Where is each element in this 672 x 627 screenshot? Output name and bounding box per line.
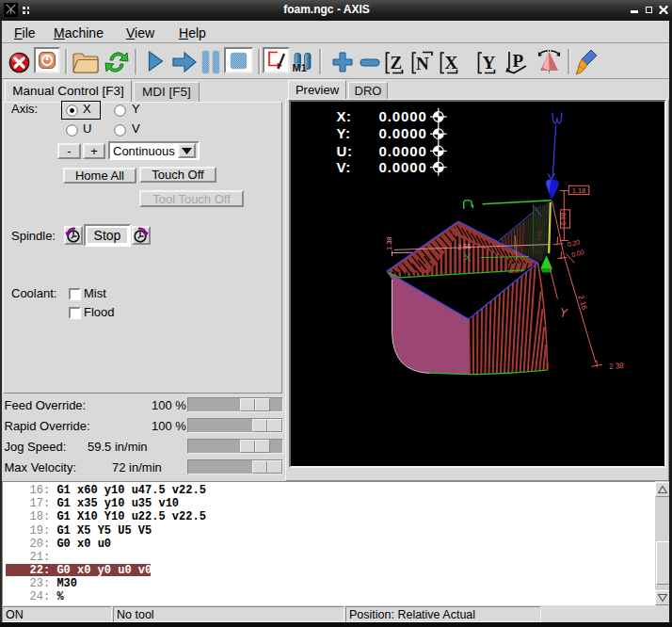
- svg-text:Y: Y: [483, 53, 496, 72]
- svg-text:2 38: 2 38: [609, 362, 625, 371]
- svg-text:1.18: 1.18: [572, 186, 586, 195]
- svg-text:Z: Z: [391, 53, 403, 72]
- svg-text:Y:: Y:: [337, 125, 351, 141]
- svg-text:2.56: 2.56: [457, 242, 472, 251]
- svg-text:X:: X:: [337, 108, 352, 124]
- svg-text:0.0000: 0.0000: [379, 159, 427, 175]
- svg-text:V:: V:: [337, 159, 351, 175]
- svg-text:0.00: 0.00: [570, 249, 584, 258]
- svg-text:2.16: 2.16: [576, 295, 588, 312]
- svg-text:0.0000: 0.0000: [379, 108, 427, 124]
- svg-text:X: X: [445, 53, 458, 72]
- svg-text:0.0000: 0.0000: [379, 143, 427, 159]
- svg-text:0.98: 0.98: [560, 213, 567, 226]
- svg-text:U:: U:: [337, 143, 353, 159]
- svg-text:N: N: [416, 54, 429, 73]
- svg-text:M1: M1: [293, 62, 307, 73]
- svg-text:P: P: [513, 51, 524, 71]
- svg-text:1.38: 1.38: [385, 236, 393, 250]
- svg-text:0.0000: 0.0000: [379, 125, 427, 141]
- svg-text:0.20: 0.20: [567, 238, 581, 248]
